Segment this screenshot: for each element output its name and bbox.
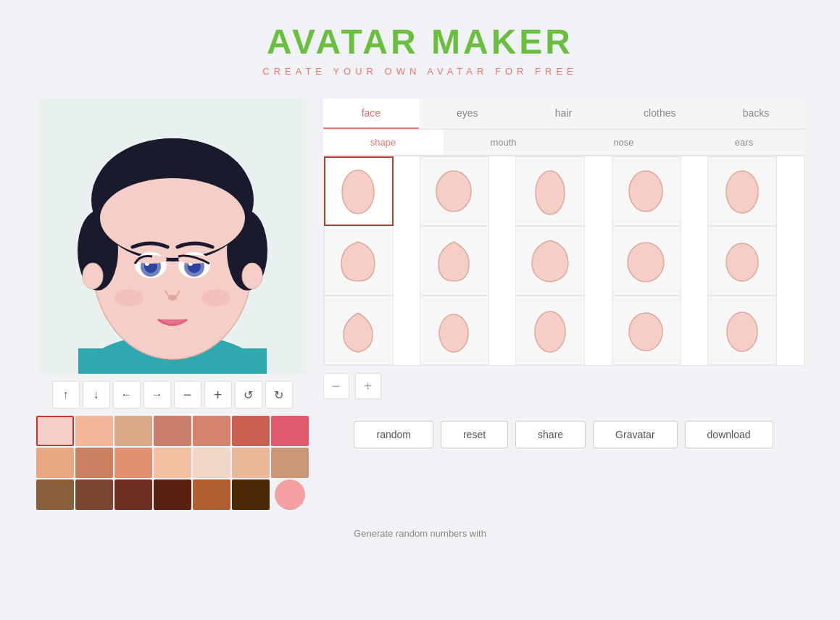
face-shape-7[interactable] xyxy=(420,226,489,296)
svg-point-20 xyxy=(115,289,144,306)
face-shape-1[interactable] xyxy=(324,156,394,226)
svg-point-27 xyxy=(629,171,662,211)
color-swatch-14[interactable] xyxy=(36,479,74,510)
svg-point-24 xyxy=(342,170,374,214)
main-tabs: face eyes hair clothes backs xyxy=(323,99,804,130)
random-button[interactable]: random xyxy=(354,421,433,448)
share-button[interactable]: share xyxy=(515,421,586,448)
color-swatch-19[interactable] xyxy=(232,479,270,510)
face-shape-11[interactable] xyxy=(324,296,394,365)
download-button[interactable]: download xyxy=(685,421,773,448)
tab-hair[interactable]: hair xyxy=(515,99,612,129)
face-shape-14[interactable] xyxy=(612,296,681,365)
page-header: AVATAR MAKER CREATE YOUR OWN AVATAR FOR … xyxy=(262,0,577,91)
controls-row: ↑ ↓ ← → − + ↺ ↻ xyxy=(52,381,293,409)
tab-backs[interactable]: backs xyxy=(708,99,804,129)
color-swatch-0[interactable] xyxy=(36,416,74,446)
svg-point-30 xyxy=(726,243,758,281)
svg-point-32 xyxy=(535,311,565,352)
svg-point-29 xyxy=(628,243,664,282)
color-swatch-17[interactable] xyxy=(154,479,191,510)
color-swatch-11[interactable] xyxy=(193,448,230,478)
color-swatch-13[interactable] xyxy=(271,448,309,478)
avatar-image xyxy=(38,99,307,374)
page-subtitle: CREATE YOUR OWN AVATAR FOR FREE xyxy=(262,66,577,77)
move-down-button[interactable]: ↓ xyxy=(83,381,110,409)
rotate-right-button[interactable]: ↻ xyxy=(265,381,293,409)
color-swatch-15[interactable] xyxy=(75,479,113,510)
svg-point-25 xyxy=(436,171,471,211)
svg-point-33 xyxy=(629,313,662,351)
svg-point-8 xyxy=(100,178,245,258)
svg-point-26 xyxy=(536,171,565,214)
right-panel: face eyes hair clothes backs shape mouth… xyxy=(323,99,804,510)
face-shape-8[interactable] xyxy=(515,226,585,296)
face-shape-10[interactable] xyxy=(707,226,777,296)
face-shape-9[interactable] xyxy=(612,226,681,296)
svg-point-28 xyxy=(726,171,758,213)
color-swatch-9[interactable] xyxy=(115,448,152,478)
color-swatch-5[interactable] xyxy=(232,416,270,446)
face-shape-12[interactable] xyxy=(420,296,489,365)
tab-eyes[interactable]: eyes xyxy=(419,99,515,129)
svg-point-34 xyxy=(727,312,757,351)
zoom-row: − + xyxy=(323,366,804,406)
color-swatch-8[interactable] xyxy=(75,448,113,478)
page-title: AVATAR MAKER xyxy=(262,22,577,62)
face-shape-15[interactable] xyxy=(707,296,777,365)
color-swatch-12[interactable] xyxy=(232,448,270,478)
tab-clothes[interactable]: clothes xyxy=(612,99,708,129)
face-shape-4[interactable] xyxy=(612,156,681,226)
sub-tabs: shape mouth nose ears xyxy=(323,130,804,156)
subtab-mouth[interactable]: mouth xyxy=(444,130,564,155)
svg-point-22 xyxy=(83,263,103,289)
color-swatch-circle[interactable] xyxy=(275,479,305,510)
move-up-button[interactable]: ↑ xyxy=(52,381,80,409)
subtab-shape[interactable]: shape xyxy=(323,130,444,155)
avatar-canvas xyxy=(38,99,307,374)
move-right-button[interactable]: → xyxy=(144,381,171,409)
zoom-out-button[interactable]: − xyxy=(174,381,201,409)
subtab-nose[interactable]: nose xyxy=(564,130,684,155)
color-swatch-1[interactable] xyxy=(75,416,113,446)
gravatar-button[interactable]: Gravatar xyxy=(593,421,677,448)
move-left-button[interactable]: ← xyxy=(113,381,141,409)
color-swatch-16[interactable] xyxy=(115,479,152,510)
zoom-in-button[interactable]: + xyxy=(204,381,232,409)
reset-button[interactable]: reset xyxy=(441,421,508,448)
shape-zoom-out-button[interactable]: − xyxy=(323,373,349,399)
tab-face[interactable]: face xyxy=(323,99,420,129)
color-swatch-18[interactable] xyxy=(193,479,230,510)
left-panel: ↑ ↓ ← → − + ↺ ↻ xyxy=(36,99,309,510)
color-swatch-7[interactable] xyxy=(36,448,74,478)
rotate-left-button[interactable]: ↺ xyxy=(235,381,262,409)
face-shape-6[interactable] xyxy=(324,226,394,296)
shapes-grid xyxy=(323,156,804,366)
color-swatch-10[interactable] xyxy=(154,448,191,478)
subtab-ears[interactable]: ears xyxy=(684,130,804,155)
footer-note: Generate random numbers with xyxy=(354,528,486,539)
svg-point-31 xyxy=(439,314,468,352)
color-swatch-3[interactable] xyxy=(154,416,191,446)
color-swatch-4[interactable] xyxy=(193,416,230,446)
shape-zoom-in-button[interactable]: + xyxy=(355,373,381,399)
color-swatch-6[interactable] xyxy=(271,416,309,446)
svg-point-21 xyxy=(201,289,230,306)
color-palette xyxy=(36,416,309,510)
bottom-buttons: random reset share Gravatar download xyxy=(323,421,804,448)
face-shape-5[interactable] xyxy=(707,156,777,226)
face-shape-13[interactable] xyxy=(515,296,585,365)
svg-point-23 xyxy=(242,263,262,289)
face-shape-3[interactable] xyxy=(515,156,585,226)
face-shape-2[interactable] xyxy=(420,156,489,226)
main-content: ↑ ↓ ← → − + ↺ ↻ xyxy=(22,91,819,517)
color-swatch-2[interactable] xyxy=(115,416,152,446)
